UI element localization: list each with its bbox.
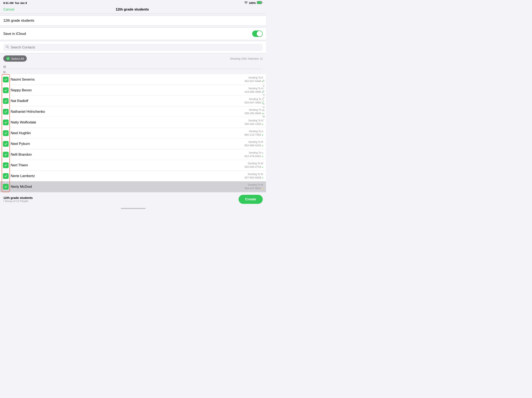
contact-checkbox-3[interactable] <box>3 109 9 115</box>
table-row[interactable]: Naomi Severns Sending To E 302-637-6448 … <box>0 74 266 85</box>
sending-to-4: Sending To N <box>248 119 263 122</box>
table-row[interactable]: Neel Pyburn Sending To R 952-908-5233 ● <box>0 139 266 149</box>
contact-checkbox-6[interactable] <box>3 141 9 147</box>
contact-name-0: Naomi Severns <box>11 77 242 82</box>
contact-checkbox-7[interactable] <box>3 152 9 157</box>
phone-5: 860-110-7302 ● <box>244 133 263 136</box>
phone-1: 419-699-4996 ● <box>244 90 263 93</box>
phone-2: 916-647-3492 ● <box>244 101 263 104</box>
select-all-check-icon <box>6 57 10 60</box>
contact-checkbox-9[interactable] <box>3 173 9 179</box>
table-row[interactable]: Nat Radloff Sending To J 916-647-3492 ● <box>0 96 266 106</box>
phone-7: 912-476-6441 ● <box>244 154 263 158</box>
home-bar <box>121 208 146 209</box>
contact-name-2: Nat Radloff <box>11 99 242 103</box>
phone-8: 202-643-2716 ● <box>244 165 263 168</box>
alpha-L[interactable]: L <box>263 100 265 102</box>
contacts-wrapper: Naomi Severns Sending To E 302-637-6448 … <box>0 74 266 192</box>
sending-to-5: Sending To p <box>249 130 263 133</box>
sending-to-8: Sending To W <box>248 162 263 165</box>
alpha-N[interactable]: N <box>263 103 265 105</box>
table-row[interactable]: Nerte Lambertz Sending To W 347-942-6638… <box>0 171 266 181</box>
table-row[interactable]: Nerty McDool Sending To W 504-447-9597 ● <box>0 181 266 192</box>
phone-3: 208-292-0840 ● <box>244 112 263 115</box>
table-row[interactable]: Nelli Brandon Sending To u 912-476-6441 … <box>0 149 266 160</box>
sending-to-7: Sending To u <box>249 151 263 154</box>
table-row[interactable]: Nert Thiem Sending To W 202-643-2716 ● <box>0 160 266 171</box>
table-row[interactable]: Nathaniel Hriinchenko Sending To L 208-2… <box>0 106 266 117</box>
contact-right-3: Sending To L 208-292-0840 ● <box>244 109 263 115</box>
contact-checkbox-2[interactable] <box>3 98 9 104</box>
select-all-row: Select All Showing 1001 Selected: 12 <box>0 53 266 64</box>
alpha-H[interactable]: H <box>263 93 265 96</box>
contact-right-6: Sending To R 952-908-5233 ● <box>244 141 263 147</box>
alpha-J[interactable]: J <box>263 96 265 99</box>
icloud-toggle[interactable] <box>252 31 263 37</box>
alpha-dot-1: • <box>263 83 265 84</box>
contact-name-8: Nert Thiem <box>11 163 242 167</box>
phone-9: 347-942-6638 ● <box>244 176 263 179</box>
contact-right-9: Sending To W 347-942-6638 ● <box>244 173 263 179</box>
contact-name-4: Natty Wolfindale <box>11 120 242 124</box>
create-button[interactable]: Create <box>239 195 263 204</box>
contact-name-5: Neel Hughlin <box>11 131 242 135</box>
section-header-N: N <box>0 69 266 74</box>
contact-checkbox-0[interactable] <box>3 77 9 83</box>
phone-0: 302-637-6448 ● <box>244 80 263 83</box>
alpha-dot-3: • <box>263 118 265 120</box>
contact-list: M N Naomi Severns Sending To E 302-637-6… <box>0 64 266 192</box>
search-bar <box>3 44 263 51</box>
contact-name-9: Nerte Lambertz <box>11 174 242 178</box>
battery-icon <box>257 1 263 5</box>
alpha-A[interactable]: A <box>263 79 265 82</box>
cancel-button[interactable]: Cancel <box>3 7 14 12</box>
toggle-knob <box>257 31 262 37</box>
contact-right-0: Sending To E 302-637-6448 ● <box>244 76 263 83</box>
alpha-R[interactable]: R <box>263 109 265 112</box>
search-section <box>0 42 266 53</box>
contact-checkbox-1[interactable] <box>3 87 9 93</box>
footer-group-name: 12th grade students <box>3 196 33 199</box>
contact-right-10: Sending To W 504-447-9597 ● <box>244 183 263 190</box>
contact-name-3: Nathaniel Hriinchenko <box>11 110 242 114</box>
phone-10: 504-447-9597 ● <box>244 187 263 190</box>
search-input[interactable] <box>11 45 260 49</box>
sending-to-9: Sending To W <box>248 173 263 176</box>
nav-title: 12th grade students <box>116 7 149 12</box>
nav-bar: Cancel 12th grade students <box>0 6 266 14</box>
alpha-p[interactable]: p <box>263 106 265 109</box>
svg-rect-1 <box>257 2 261 4</box>
group-name-section: 12th grade students <box>0 15 266 26</box>
contact-checkbox-10[interactable] <box>3 184 9 190</box>
icloud-label: Save in iCloud <box>3 32 26 36</box>
table-row[interactable]: Nappy Bexon Sending To H 419-699-4996 ● <box>0 85 266 96</box>
contact-right-7: Sending To u 912-476-6441 ● <box>244 151 263 158</box>
sending-to-6: Sending To R <box>248 141 263 143</box>
contact-name-1: Nappy Bexon <box>11 88 242 92</box>
contact-right-5: Sending To p 860-110-7302 ● <box>244 130 263 136</box>
sending-to-0: Sending To E <box>248 76 263 79</box>
svg-rect-2 <box>262 2 262 3</box>
date-display: Tue Jan 9 <box>15 1 27 5</box>
group-name-text: 12th grade students <box>3 19 34 22</box>
table-row[interactable]: Natty Wolfindale Sending To N 330-442-13… <box>0 117 266 128</box>
icloud-section: Save in iCloud <box>0 27 266 40</box>
time-display: 9:41 AM <box>3 1 13 5</box>
table-row[interactable]: Neel Hughlin Sending To p 860-110-7302 ● <box>0 128 266 139</box>
contact-name-6: Neel Pyburn <box>11 142 242 146</box>
contact-checkbox-5[interactable] <box>3 130 9 136</box>
status-bar-right: 100% <box>244 1 263 5</box>
svg-line-4 <box>8 48 9 48</box>
contact-name-7: Nelli Brandon <box>11 153 242 157</box>
contact-checkbox-4[interactable] <box>3 120 9 125</box>
alpha-dot-2: • <box>263 88 265 90</box>
contact-checkbox-8[interactable] <box>3 162 9 168</box>
footer: 12th grade students • Group of 12 People… <box>0 192 266 206</box>
alpha-W[interactable]: W <box>263 115 265 118</box>
alpha-u[interactable]: u <box>263 112 265 115</box>
alpha-E[interactable]: E <box>263 90 265 93</box>
alpha-C[interactable]: C <box>263 85 265 87</box>
contact-right-8: Sending To W 202-643-2716 ● <box>244 162 263 168</box>
sending-to-2: Sending To J <box>249 98 263 101</box>
select-all-button[interactable]: Select All <box>3 55 27 62</box>
